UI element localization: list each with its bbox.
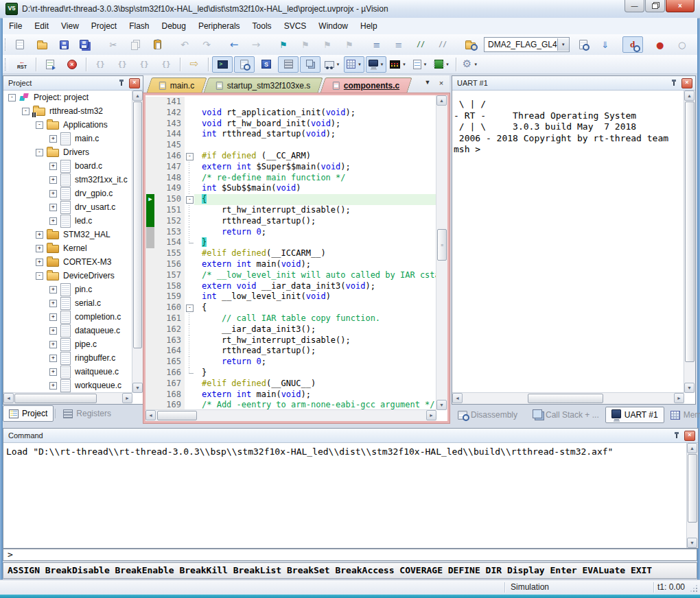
tree-item-cortex-m3[interactable]: +CORTEX-M3 xyxy=(4,255,132,269)
toolbox-button[interactable]: ▼ xyxy=(432,56,452,73)
code-line-143[interactable]: 143void rt_hw_board_init(void); xyxy=(145,119,436,130)
expander-expand-icon[interactable]: + xyxy=(49,135,57,143)
bookmark-next-button[interactable]: ⚑ xyxy=(317,36,338,53)
show-next-statement-button[interactable]: ⇨ xyxy=(184,56,205,73)
toolbar-grip[interactable] xyxy=(5,58,8,71)
tree-item-stm32-hal[interactable]: +STM32_HAL xyxy=(4,228,132,241)
tree-item-devicedrivers[interactable]: -DeviceDrivers xyxy=(4,269,132,283)
scroll-thumb[interactable] xyxy=(133,101,142,348)
project-tree-hscrollbar[interactable]: ◄ ► xyxy=(3,392,132,404)
new-file-button[interactable] xyxy=(10,36,30,53)
scroll-left-icon[interactable]: ◄ xyxy=(3,393,14,403)
menu-item-svcs[interactable]: SVCS xyxy=(278,19,313,34)
open-folder-button[interactable] xyxy=(32,36,52,53)
code-line-161[interactable]: 161 // call IAR table copy function. xyxy=(145,313,436,324)
code-line-141[interactable]: 141 xyxy=(145,97,436,108)
scroll-thumb[interactable] xyxy=(528,394,603,403)
reset-cpu-button[interactable]: ←RST xyxy=(12,56,32,73)
editor-hscrollbar[interactable]: ◄ ► xyxy=(145,409,436,421)
indent-button[interactable]: ≡ xyxy=(366,36,387,53)
chevron-down-icon[interactable]: ▼ xyxy=(358,62,362,67)
tree-item-drv-gpio.c[interactable]: +drv_gpio.c xyxy=(4,187,132,200)
expander-expand-icon[interactable]: + xyxy=(36,259,43,266)
code-line-159[interactable]: 159int __low_level_init(void) xyxy=(145,291,436,302)
expander-collapse-icon[interactable]: - xyxy=(8,94,16,101)
navigate-back-button[interactable]: ← xyxy=(224,36,244,53)
scroll-up-icon[interactable]: ▲ xyxy=(132,91,143,101)
uart-output[interactable]: \ | /- RT - Thread Operating System / | … xyxy=(454,91,684,392)
call-stack-window-button[interactable] xyxy=(300,56,320,73)
scroll-right-icon[interactable]: ► xyxy=(674,393,684,403)
code-line-150[interactable]: ▶150-{ xyxy=(145,194,436,205)
resize-grip[interactable] xyxy=(690,585,697,592)
expander-collapse-icon[interactable]: - xyxy=(36,149,43,156)
minimize-button[interactable]: — xyxy=(625,0,644,12)
expander-expand-icon[interactable]: + xyxy=(49,368,57,376)
incremental-find-button[interactable]: ⇓ xyxy=(595,36,616,53)
cut-button[interactable]: ✂ xyxy=(103,36,124,53)
chevron-down-icon[interactable]: ▼ xyxy=(474,62,478,67)
code-line-168[interactable]: 168extern int main(void); xyxy=(145,390,436,400)
analysis-window-button[interactable]: ▼ xyxy=(388,56,408,73)
tree-item-main.c[interactable]: +main.c xyxy=(4,132,132,145)
scroll-down-icon[interactable]: ▼ xyxy=(687,538,697,548)
system-viewer-button[interactable]: ▼ xyxy=(410,56,430,73)
expander-expand-icon[interactable]: + xyxy=(49,382,57,390)
watch-window-button[interactable]: ▼ xyxy=(322,56,342,73)
code-line-146[interactable]: 146-#if defined (__CC_ARM) xyxy=(145,151,436,162)
step-out-button[interactable]: {} xyxy=(134,56,154,73)
tree-item-stm32f1xx-it.c[interactable]: +stm32f1xx_it.c xyxy=(4,173,132,187)
symbol-window-button[interactable]: S xyxy=(256,56,277,73)
expander-expand-icon[interactable]: + xyxy=(49,286,57,294)
tab-call-stack-[interactable]: Call Stack + ... xyxy=(526,407,605,423)
scroll-right-icon[interactable]: ► xyxy=(122,393,132,403)
expander-expand-icon[interactable]: + xyxy=(49,300,57,307)
expander-expand-icon[interactable]: + xyxy=(49,204,57,211)
editor-tab-components-c[interactable]: components.c xyxy=(320,77,412,93)
editor-vscrollbar[interactable]: ▲ ≡ ▼ xyxy=(436,95,447,410)
scroll-down-icon[interactable]: ▼ xyxy=(684,383,695,393)
enable-breakpoint-button[interactable]: ○ xyxy=(672,36,692,53)
tab-project[interactable]: Project xyxy=(3,405,54,422)
close-icon[interactable]: × xyxy=(681,78,692,88)
expander-expand-icon[interactable]: + xyxy=(49,327,57,335)
scroll-left-icon[interactable]: ◄ xyxy=(452,393,463,403)
code-line-164[interactable]: 164 rtthread_startup(); xyxy=(145,346,436,357)
redo-button[interactable]: ↷ xyxy=(196,36,217,53)
code-line-153[interactable]: 153 return 0; xyxy=(145,227,436,238)
scroll-down-icon[interactable]: ▼ xyxy=(132,383,143,393)
memory-window-button[interactable]: ▼ xyxy=(344,56,364,73)
bookmark-prev-button[interactable]: ⚑ xyxy=(295,36,316,53)
expander-expand-icon[interactable]: + xyxy=(49,217,57,225)
code-line-154[interactable]: 154} xyxy=(145,237,436,248)
code-line-160[interactable]: 160-{ xyxy=(145,302,436,313)
scroll-thumb[interactable] xyxy=(157,411,197,420)
tree-item-pipe.c[interactable]: +pipe.c xyxy=(4,337,132,351)
command-output[interactable]: Load "D:\\rt-thread\\rt-thread-3.0.3\\bs… xyxy=(6,446,686,547)
menu-item-debug[interactable]: Debug xyxy=(156,19,192,34)
scroll-up-icon[interactable]: ▲ xyxy=(436,95,447,106)
project-tree-vscrollbar[interactable]: ▲ ▼ xyxy=(132,91,143,393)
expander-collapse-icon[interactable]: - xyxy=(22,108,30,115)
tree-item-workqueue.c[interactable]: +workqueue.c xyxy=(4,379,132,392)
expander-expand-icon[interactable]: + xyxy=(49,176,57,184)
code-line-147[interactable]: 147extern int $Super$$main(void); xyxy=(145,162,436,173)
editor-tab-main-c[interactable]: main.c xyxy=(146,77,207,93)
expander-expand-icon[interactable]: + xyxy=(49,190,57,198)
fold-collapse-icon[interactable]: - xyxy=(186,304,194,312)
tree-item-project-project[interactable]: -Project: project xyxy=(4,91,132,104)
code-line-156[interactable]: 156extern int main(void); xyxy=(145,259,436,270)
menu-item-peripherals[interactable]: Peripherals xyxy=(192,19,246,34)
code-line-162[interactable]: 162 __iar_data_init3(); xyxy=(145,324,436,335)
tree-item-rtthread-stm32[interactable]: -rtthread-stm32 xyxy=(4,104,132,118)
close-icon[interactable]: × xyxy=(129,78,140,88)
undo-button[interactable]: ↶ xyxy=(174,36,195,53)
tree-item-applications[interactable]: -Applications xyxy=(4,118,132,132)
expander-expand-icon[interactable]: + xyxy=(36,245,43,252)
menu-item-help[interactable]: Help xyxy=(354,19,384,34)
code-line-166[interactable]: 166} xyxy=(145,368,436,379)
stop-button[interactable]: × xyxy=(62,56,82,73)
close-icon[interactable]: × xyxy=(684,431,695,441)
command-window-button[interactable]: > xyxy=(212,56,233,73)
chevron-down-icon[interactable]: ▼ xyxy=(402,62,406,67)
